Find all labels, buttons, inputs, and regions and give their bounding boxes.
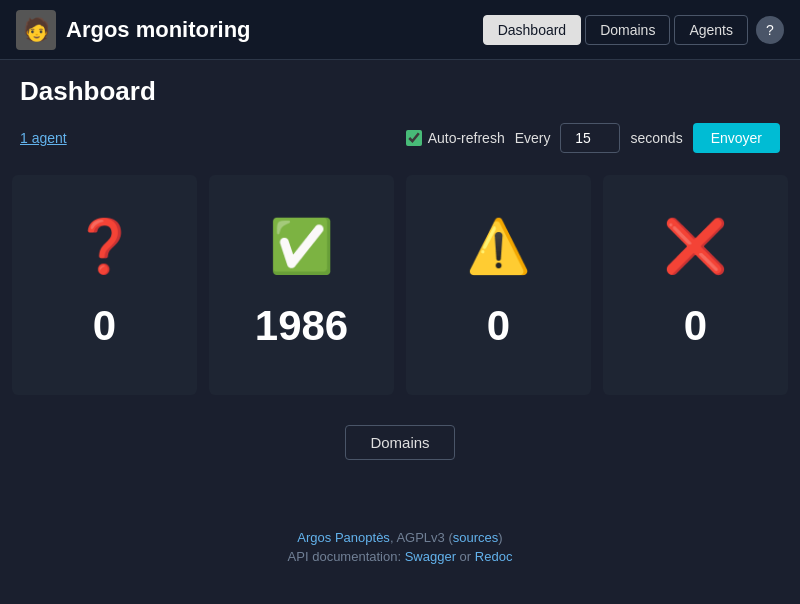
toolbar-right: Auto-refresh Every seconds Envoyer <box>406 123 780 153</box>
toolbar: 1 agent Auto-refresh Every seconds Envoy… <box>0 115 800 169</box>
seconds-input[interactable] <box>560 123 620 153</box>
every-label: Every <box>515 130 551 146</box>
footer-swagger-link[interactable]: Swagger <box>405 549 456 564</box>
error-count: 0 <box>684 302 707 350</box>
agent-count-link[interactable]: 1 agent <box>20 130 394 146</box>
unknown-icon: ❓ <box>72 220 137 272</box>
footer-agpl-text: , AGPLv3 ( <box>390 530 453 545</box>
seconds-label: seconds <box>630 130 682 146</box>
nav-buttons: Dashboard Domains Agents ? <box>483 15 784 45</box>
footer-sources-link[interactable]: sources <box>453 530 499 545</box>
error-icon: ❌ <box>663 220 728 272</box>
page-title: Dashboard <box>20 76 780 107</box>
ok-icon: ✅ <box>269 220 334 272</box>
nav-brand: 🧑 Argos monitoring <box>16 10 483 50</box>
footer: Argos Panoptès, AGPLv3 (sources) API doc… <box>0 520 800 578</box>
app-title: Argos monitoring <box>66 17 251 43</box>
warning-count: 0 <box>487 302 510 350</box>
ok-count: 1986 <box>255 302 348 350</box>
card-ok: ✅ 1986 <box>209 175 394 395</box>
footer-redoc-link[interactable]: Redoc <box>475 549 513 564</box>
auto-refresh-label: Auto-refresh <box>406 130 505 146</box>
card-error: ❌ 0 <box>603 175 788 395</box>
auto-refresh-text: Auto-refresh <box>428 130 505 146</box>
nav-dashboard-button[interactable]: Dashboard <box>483 15 582 45</box>
card-unknown: ❓ 0 <box>12 175 197 395</box>
nav-domains-button[interactable]: Domains <box>585 15 670 45</box>
warning-icon: ⚠️ <box>466 220 531 272</box>
card-warning: ⚠️ 0 <box>406 175 591 395</box>
nav-logo: 🧑 <box>16 10 56 50</box>
nav-agents-button[interactable]: Agents <box>674 15 748 45</box>
footer-or-text: or <box>456 549 475 564</box>
envoyer-button[interactable]: Envoyer <box>693 123 780 153</box>
footer-argos-link[interactable]: Argos Panoptès <box>297 530 390 545</box>
domains-section: Domains <box>0 425 800 460</box>
page-header: Dashboard <box>0 60 800 115</box>
footer-line2: API documentation: Swagger or Redoc <box>10 549 790 564</box>
cards-container: ❓ 0 ✅ 1986 ⚠️ 0 ❌ 0 <box>0 169 800 401</box>
domains-button[interactable]: Domains <box>345 425 454 460</box>
footer-api-prefix: API documentation: <box>288 549 405 564</box>
footer-paren-close: ) <box>498 530 502 545</box>
navbar: 🧑 Argos monitoring Dashboard Domains Age… <box>0 0 800 60</box>
auto-refresh-checkbox[interactable] <box>406 130 422 146</box>
footer-line1: Argos Panoptès, AGPLv3 (sources) <box>10 530 790 545</box>
unknown-count: 0 <box>93 302 116 350</box>
nav-help-button[interactable]: ? <box>756 16 784 44</box>
